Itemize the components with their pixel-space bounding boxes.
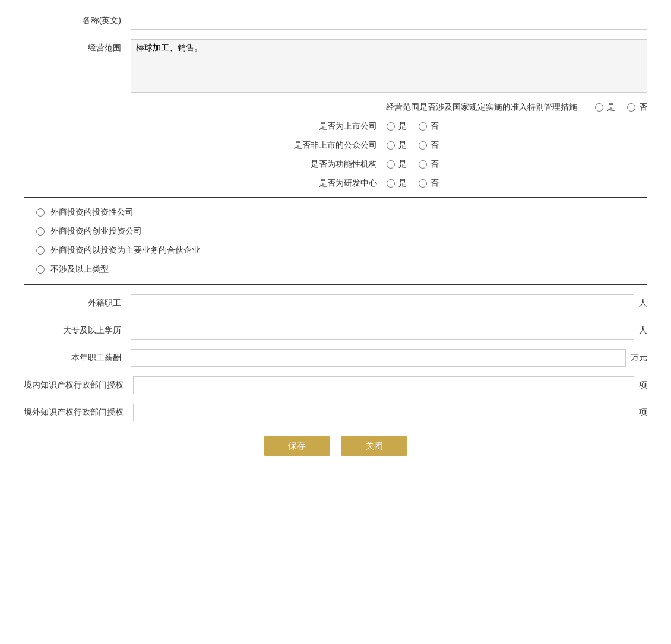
functional-yes-radio[interactable]: [387, 160, 395, 169]
college-edu-label: 大专及以上学历: [24, 322, 131, 336]
foreign-investment-radio-1[interactable]: [36, 208, 45, 217]
english-name-row: 各称(英文): [24, 12, 647, 30]
college-edu-row: 大专及以上学历 人: [24, 322, 647, 340]
annual-salary-unit: 万元: [626, 349, 647, 363]
foreign-investment-option-1[interactable]: 外商投资的投资性公司: [36, 207, 635, 218]
foreign-staff-unit: 人: [634, 294, 647, 309]
foreign-investment-label-1: 外商投资的投资性公司: [50, 207, 134, 218]
english-name-input[interactable]: [131, 12, 647, 30]
non-listed-label: 是否非上市的公众公司: [232, 140, 387, 151]
special-mgmt-row: 经营范围是否涉及国家规定实施的准入特别管理措施 是 否: [24, 102, 647, 113]
foreign-investment-radio-3[interactable]: [36, 246, 45, 255]
foreign-investment-label-3: 外商投资的以投资为主要业务的合伙企业: [50, 245, 200, 256]
foreign-investment-option-3[interactable]: 外商投资的以投资为主要业务的合伙企业: [36, 245, 635, 256]
rd-yes-option[interactable]: 是: [387, 178, 407, 189]
foreign-investment-box: 外商投资的投资性公司 外商投资的创业投资公司 外商投资的以投资为主要业务的合伙企…: [24, 197, 647, 285]
foreign-staff-input[interactable]: [131, 294, 634, 312]
domestic-ip-row: 境内知识产权行政部门授权 项: [24, 376, 647, 394]
listed-no-option[interactable]: 否: [419, 121, 439, 132]
save-button[interactable]: 保存: [264, 436, 330, 456]
button-row: 保存 关闭: [24, 436, 647, 456]
functional-yes-option[interactable]: 是: [387, 159, 407, 170]
annual-salary-label: 本年职工薪酬: [24, 349, 131, 363]
foreign-investment-option-2[interactable]: 外商投资的创业投资公司: [36, 226, 635, 237]
non-listed-no-radio[interactable]: [419, 141, 427, 150]
college-edu-input[interactable]: [131, 322, 634, 340]
rd-no-label: 否: [431, 178, 439, 189]
foreign-investment-label-2: 外商投资的创业投资公司: [50, 226, 142, 237]
non-listed-yes-label: 是: [398, 140, 407, 151]
foreign-ip-input[interactable]: [133, 404, 634, 421]
non-listed-yes-option[interactable]: 是: [387, 140, 407, 151]
foreign-staff-row: 外籍职工 人: [24, 294, 647, 312]
english-name-label: 各称(英文): [24, 12, 131, 26]
domestic-ip-unit: 项: [634, 376, 647, 391]
rd-yes-radio[interactable]: [387, 179, 395, 188]
listed-no-label: 否: [431, 121, 439, 132]
close-button[interactable]: 关闭: [341, 436, 407, 456]
functional-no-option[interactable]: 否: [419, 159, 439, 170]
functional-org-label: 是否为功能性机构: [232, 159, 387, 170]
functional-org-row: 是否为功能性机构 是 否: [24, 159, 647, 170]
foreign-staff-label: 外籍职工: [24, 294, 131, 309]
foreign-ip-unit: 项: [634, 404, 647, 418]
foreign-investment-radio-4[interactable]: [36, 265, 45, 274]
non-listed-radio-group: 是 否: [387, 140, 439, 151]
domestic-ip-input[interactable]: [133, 376, 634, 394]
business-scope-textarea[interactable]: 棒球加工、销售。: [131, 39, 647, 93]
foreign-investment-radio-2[interactable]: [36, 227, 45, 236]
special-mgmt-yes-radio[interactable]: [595, 103, 603, 112]
business-scope-row: 经营范围 棒球加工、销售。: [24, 39, 647, 93]
rd-center-radio-group: 是 否: [387, 178, 439, 189]
non-listed-row: 是否非上市的公众公司 是 否: [24, 140, 647, 151]
special-mgmt-radio-group: 是 否: [595, 102, 647, 113]
business-scope-label: 经营范围: [24, 39, 131, 53]
college-edu-unit: 人: [634, 322, 647, 336]
rd-yes-label: 是: [398, 178, 407, 189]
special-mgmt-yes-option[interactable]: 是: [595, 102, 615, 113]
non-listed-no-option[interactable]: 否: [419, 140, 439, 151]
foreign-investment-label-4: 不涉及以上类型: [50, 264, 109, 275]
foreign-ip-label: 境外知识产权行政部门授权: [24, 404, 133, 418]
listed-yes-option[interactable]: 是: [387, 121, 407, 132]
listed-yes-label: 是: [398, 121, 407, 132]
listed-company-radio-group: 是 否: [387, 121, 439, 132]
annual-salary-input[interactable]: [131, 349, 626, 367]
domestic-ip-label: 境内知识产权行政部门授权: [24, 376, 133, 391]
rd-center-label: 是否为研发中心: [232, 178, 387, 189]
listed-company-label: 是否为上市公司: [232, 121, 387, 132]
non-listed-no-label: 否: [431, 140, 439, 151]
form-container: 各称(英文) 经营范围 棒球加工、销售。 经营范围是否涉及国家规定实施的准入特别…: [24, 12, 647, 456]
special-mgmt-no-option[interactable]: 否: [627, 102, 647, 113]
listed-no-radio[interactable]: [419, 122, 427, 131]
functional-no-radio[interactable]: [419, 160, 427, 169]
rd-no-radio[interactable]: [419, 179, 427, 188]
non-listed-yes-radio[interactable]: [387, 141, 395, 150]
rd-no-option[interactable]: 否: [419, 178, 439, 189]
foreign-investment-option-4[interactable]: 不涉及以上类型: [36, 264, 635, 275]
functional-yes-label: 是: [398, 159, 407, 170]
listed-yes-radio[interactable]: [387, 122, 395, 131]
special-mgmt-label: 经营范围是否涉及国家规定实施的准入特别管理措施: [24, 102, 595, 113]
special-mgmt-yes-label: 是: [607, 102, 615, 113]
foreign-ip-row: 境外知识产权行政部门授权 项: [24, 404, 647, 421]
special-mgmt-no-label: 否: [639, 102, 647, 113]
special-mgmt-no-radio[interactable]: [627, 103, 635, 112]
rd-center-row: 是否为研发中心 是 否: [24, 178, 647, 189]
annual-salary-row: 本年职工薪酬 万元: [24, 349, 647, 367]
functional-org-radio-group: 是 否: [387, 159, 439, 170]
functional-no-label: 否: [431, 159, 439, 170]
listed-company-row: 是否为上市公司 是 否: [24, 121, 647, 132]
